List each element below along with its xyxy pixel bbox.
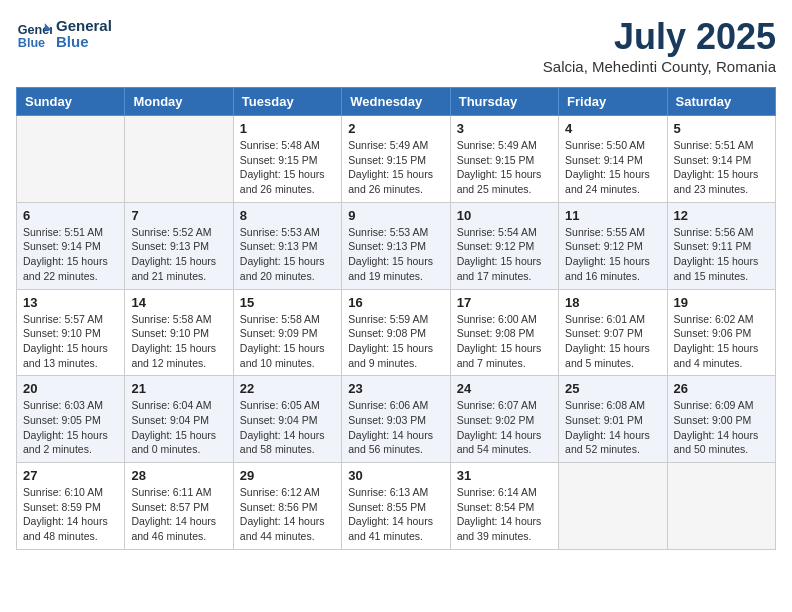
day-number: 4 — [565, 121, 660, 136]
calendar-cell: 18Sunrise: 6:01 AMSunset: 9:07 PMDayligh… — [559, 289, 667, 376]
day-number: 21 — [131, 381, 226, 396]
calendar-cell — [17, 116, 125, 203]
calendar-cell: 27Sunrise: 6:10 AMSunset: 8:59 PMDayligh… — [17, 463, 125, 550]
day-number: 30 — [348, 468, 443, 483]
calendar-cell: 12Sunrise: 5:56 AMSunset: 9:11 PMDayligh… — [667, 202, 775, 289]
calendar-header-row: SundayMondayTuesdayWednesdayThursdayFrid… — [17, 88, 776, 116]
calendar-cell: 9Sunrise: 5:53 AMSunset: 9:13 PMDaylight… — [342, 202, 450, 289]
calendar-cell: 11Sunrise: 5:55 AMSunset: 9:12 PMDayligh… — [559, 202, 667, 289]
day-number: 17 — [457, 295, 552, 310]
day-number: 27 — [23, 468, 118, 483]
day-info: Sunrise: 6:03 AMSunset: 9:05 PMDaylight:… — [23, 398, 118, 457]
calendar-cell: 13Sunrise: 5:57 AMSunset: 9:10 PMDayligh… — [17, 289, 125, 376]
day-info: Sunrise: 6:02 AMSunset: 9:06 PMDaylight:… — [674, 312, 769, 371]
calendar-cell: 3Sunrise: 5:49 AMSunset: 9:15 PMDaylight… — [450, 116, 558, 203]
weekday-header: Saturday — [667, 88, 775, 116]
day-number: 23 — [348, 381, 443, 396]
calendar-cell: 1Sunrise: 5:48 AMSunset: 9:15 PMDaylight… — [233, 116, 341, 203]
day-number: 13 — [23, 295, 118, 310]
calendar-week-row: 20Sunrise: 6:03 AMSunset: 9:05 PMDayligh… — [17, 376, 776, 463]
weekday-header: Sunday — [17, 88, 125, 116]
calendar-cell: 6Sunrise: 5:51 AMSunset: 9:14 PMDaylight… — [17, 202, 125, 289]
calendar-cell: 5Sunrise: 5:51 AMSunset: 9:14 PMDaylight… — [667, 116, 775, 203]
day-number: 10 — [457, 208, 552, 223]
day-number: 20 — [23, 381, 118, 396]
day-info: Sunrise: 6:11 AMSunset: 8:57 PMDaylight:… — [131, 485, 226, 544]
day-info: Sunrise: 6:10 AMSunset: 8:59 PMDaylight:… — [23, 485, 118, 544]
weekday-header: Monday — [125, 88, 233, 116]
day-info: Sunrise: 6:09 AMSunset: 9:00 PMDaylight:… — [674, 398, 769, 457]
calendar-cell — [667, 463, 775, 550]
day-number: 25 — [565, 381, 660, 396]
day-info: Sunrise: 5:49 AMSunset: 9:15 PMDaylight:… — [348, 138, 443, 197]
day-info: Sunrise: 5:53 AMSunset: 9:13 PMDaylight:… — [348, 225, 443, 284]
calendar-cell: 22Sunrise: 6:05 AMSunset: 9:04 PMDayligh… — [233, 376, 341, 463]
location: Salcia, Mehedinti County, Romania — [543, 58, 776, 75]
calendar-cell: 29Sunrise: 6:12 AMSunset: 8:56 PMDayligh… — [233, 463, 341, 550]
day-number: 22 — [240, 381, 335, 396]
logo-general: General — [56, 18, 112, 35]
day-info: Sunrise: 6:00 AMSunset: 9:08 PMDaylight:… — [457, 312, 552, 371]
day-info: Sunrise: 6:12 AMSunset: 8:56 PMDaylight:… — [240, 485, 335, 544]
day-info: Sunrise: 5:52 AMSunset: 9:13 PMDaylight:… — [131, 225, 226, 284]
weekday-header: Friday — [559, 88, 667, 116]
day-info: Sunrise: 6:14 AMSunset: 8:54 PMDaylight:… — [457, 485, 552, 544]
logo-blue: Blue — [56, 34, 112, 51]
day-info: Sunrise: 5:53 AMSunset: 9:13 PMDaylight:… — [240, 225, 335, 284]
day-info: Sunrise: 5:51 AMSunset: 9:14 PMDaylight:… — [23, 225, 118, 284]
day-number: 24 — [457, 381, 552, 396]
day-info: Sunrise: 5:50 AMSunset: 9:14 PMDaylight:… — [565, 138, 660, 197]
calendar-cell: 7Sunrise: 5:52 AMSunset: 9:13 PMDaylight… — [125, 202, 233, 289]
calendar-cell: 19Sunrise: 6:02 AMSunset: 9:06 PMDayligh… — [667, 289, 775, 376]
day-number: 18 — [565, 295, 660, 310]
day-info: Sunrise: 6:13 AMSunset: 8:55 PMDaylight:… — [348, 485, 443, 544]
calendar-week-row: 13Sunrise: 5:57 AMSunset: 9:10 PMDayligh… — [17, 289, 776, 376]
title-area: July 2025 Salcia, Mehedinti County, Roma… — [543, 16, 776, 75]
day-number: 28 — [131, 468, 226, 483]
day-number: 31 — [457, 468, 552, 483]
calendar-cell: 21Sunrise: 6:04 AMSunset: 9:04 PMDayligh… — [125, 376, 233, 463]
weekday-header: Thursday — [450, 88, 558, 116]
day-info: Sunrise: 6:05 AMSunset: 9:04 PMDaylight:… — [240, 398, 335, 457]
day-number: 14 — [131, 295, 226, 310]
day-info: Sunrise: 5:49 AMSunset: 9:15 PMDaylight:… — [457, 138, 552, 197]
calendar-cell: 4Sunrise: 5:50 AMSunset: 9:14 PMDaylight… — [559, 116, 667, 203]
calendar-week-row: 27Sunrise: 6:10 AMSunset: 8:59 PMDayligh… — [17, 463, 776, 550]
day-info: Sunrise: 5:58 AMSunset: 9:10 PMDaylight:… — [131, 312, 226, 371]
page-header: General Blue General Blue July 2025 Salc… — [16, 16, 776, 75]
month-title: July 2025 — [543, 16, 776, 58]
day-info: Sunrise: 6:06 AMSunset: 9:03 PMDaylight:… — [348, 398, 443, 457]
day-info: Sunrise: 5:55 AMSunset: 9:12 PMDaylight:… — [565, 225, 660, 284]
day-number: 29 — [240, 468, 335, 483]
calendar-cell: 14Sunrise: 5:58 AMSunset: 9:10 PMDayligh… — [125, 289, 233, 376]
day-info: Sunrise: 5:58 AMSunset: 9:09 PMDaylight:… — [240, 312, 335, 371]
calendar-cell: 2Sunrise: 5:49 AMSunset: 9:15 PMDaylight… — [342, 116, 450, 203]
calendar-cell: 26Sunrise: 6:09 AMSunset: 9:00 PMDayligh… — [667, 376, 775, 463]
day-info: Sunrise: 5:59 AMSunset: 9:08 PMDaylight:… — [348, 312, 443, 371]
calendar-cell: 10Sunrise: 5:54 AMSunset: 9:12 PMDayligh… — [450, 202, 558, 289]
day-info: Sunrise: 6:04 AMSunset: 9:04 PMDaylight:… — [131, 398, 226, 457]
day-info: Sunrise: 5:57 AMSunset: 9:10 PMDaylight:… — [23, 312, 118, 371]
day-number: 16 — [348, 295, 443, 310]
calendar-cell: 15Sunrise: 5:58 AMSunset: 9:09 PMDayligh… — [233, 289, 341, 376]
day-number: 3 — [457, 121, 552, 136]
day-number: 6 — [23, 208, 118, 223]
svg-text:Blue: Blue — [18, 36, 45, 50]
day-number: 9 — [348, 208, 443, 223]
day-number: 5 — [674, 121, 769, 136]
day-number: 15 — [240, 295, 335, 310]
day-number: 1 — [240, 121, 335, 136]
calendar-week-row: 1Sunrise: 5:48 AMSunset: 9:15 PMDaylight… — [17, 116, 776, 203]
calendar-cell: 17Sunrise: 6:00 AMSunset: 9:08 PMDayligh… — [450, 289, 558, 376]
calendar-cell — [125, 116, 233, 203]
day-info: Sunrise: 5:48 AMSunset: 9:15 PMDaylight:… — [240, 138, 335, 197]
calendar-week-row: 6Sunrise: 5:51 AMSunset: 9:14 PMDaylight… — [17, 202, 776, 289]
day-info: Sunrise: 5:56 AMSunset: 9:11 PMDaylight:… — [674, 225, 769, 284]
day-number: 2 — [348, 121, 443, 136]
day-number: 7 — [131, 208, 226, 223]
weekday-header: Tuesday — [233, 88, 341, 116]
logo: General Blue General Blue — [16, 16, 112, 52]
day-info: Sunrise: 6:07 AMSunset: 9:02 PMDaylight:… — [457, 398, 552, 457]
calendar-cell: 25Sunrise: 6:08 AMSunset: 9:01 PMDayligh… — [559, 376, 667, 463]
day-number: 8 — [240, 208, 335, 223]
